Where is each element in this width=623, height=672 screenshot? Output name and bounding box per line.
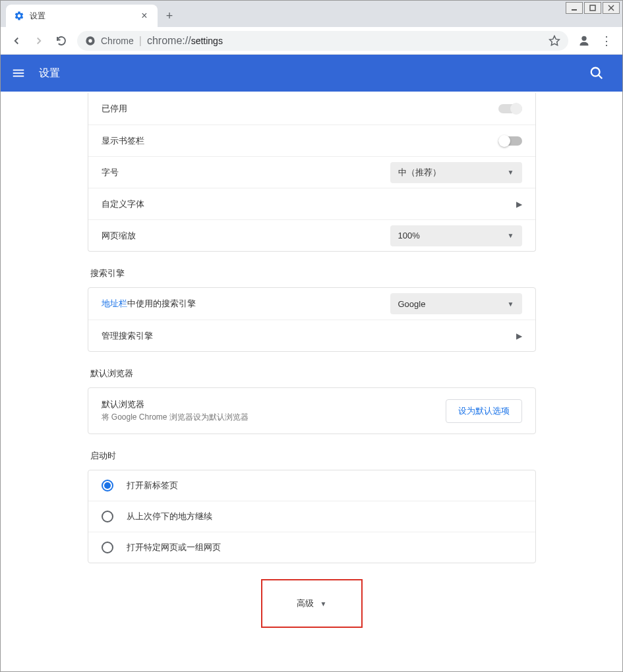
chrome-icon <box>85 36 96 46</box>
chevron-down-icon: ▼ <box>320 600 327 607</box>
back-button[interactable] <box>6 30 27 51</box>
maximize-button[interactable] <box>584 2 601 14</box>
svg-marker-4 <box>550 36 560 45</box>
row-label: 已停用 <box>102 103 498 115</box>
disabled-toggle[interactable] <box>498 104 522 113</box>
hamburger-menu-icon[interactable] <box>11 66 26 80</box>
svg-rect-8 <box>13 76 24 77</box>
browser-toolbar: Chrome | chrome://settings ⋮ <box>1 27 622 55</box>
appearance-card: 已停用 显示书签栏 字号 中（推荐） ▼ 自定义字体 ▶ 网页缩放 <box>88 93 536 252</box>
startup-option-new-tab[interactable]: 打开新标签页 <box>88 470 535 501</box>
tab-bar: 设置 × + <box>1 1 622 27</box>
search-icon[interactable] <box>589 66 612 80</box>
page-zoom-row: 网页缩放 100% ▼ <box>88 219 535 251</box>
chevron-down-icon: ▼ <box>508 232 514 239</box>
chevron-down-icon: ▼ <box>508 169 514 176</box>
reload-button[interactable] <box>51 30 72 51</box>
show-bookmarks-toggle[interactable] <box>498 136 522 146</box>
url-prefix: Chrome <box>101 36 134 46</box>
chevron-right-icon: ▶ <box>516 331 522 341</box>
default-browser-subtitle: 将 Google Chrome 浏览器设为默认浏览器 <box>102 412 446 423</box>
svg-point-3 <box>88 39 92 42</box>
radio-button[interactable] <box>102 542 113 553</box>
show-bookmarks-row: 显示书签栏 <box>88 125 535 156</box>
page-title: 设置 <box>39 67 60 80</box>
setting-disabled-row: 已停用 <box>88 93 535 125</box>
default-browser-header: 默认浏览器 <box>90 368 536 379</box>
svg-rect-0 <box>572 9 577 11</box>
svg-point-9 <box>591 68 600 76</box>
forward-button[interactable] <box>28 30 49 51</box>
browser-tab[interactable]: 设置 × <box>6 5 158 27</box>
browser-menu-button[interactable]: ⋮ <box>596 30 617 51</box>
search-engine-dropdown[interactable]: Google ▼ <box>390 293 522 314</box>
tab-title: 设置 <box>30 11 134 22</box>
row-label: 显示书签栏 <box>102 135 498 147</box>
search-engine-card: 地址栏中使用的搜索引擎 Google ▼ 管理搜索引擎 ▶ <box>88 287 536 352</box>
close-tab-icon[interactable]: × <box>139 10 150 22</box>
set-default-button[interactable]: 设为默认选项 <box>446 399 522 423</box>
bookmark-star-icon[interactable] <box>549 35 560 47</box>
settings-content-scroll[interactable]: 已停用 显示书签栏 字号 中（推荐） ▼ 自定义字体 ▶ 网页缩放 <box>2 93 621 670</box>
page-zoom-dropdown[interactable]: 100% ▼ <box>390 225 522 246</box>
radio-button[interactable] <box>102 480 113 491</box>
font-size-dropdown[interactable]: 中（推荐） ▼ <box>390 162 522 183</box>
svg-rect-1 <box>590 5 595 11</box>
search-engine-header: 搜索引擎 <box>90 267 536 279</box>
address-bar[interactable]: Chrome | chrome://settings <box>77 31 568 51</box>
row-label: 自定义字体 <box>102 198 516 210</box>
svg-rect-7 <box>13 72 24 74</box>
default-browser-card: 默认浏览器 将 Google Chrome 浏览器设为默认浏览器 设为默认选项 <box>88 387 536 434</box>
manage-search-engines-row[interactable]: 管理搜索引擎 ▶ <box>88 320 535 351</box>
font-size-row: 字号 中（推荐） ▼ <box>88 156 535 188</box>
radio-label: 打开新标签页 <box>127 480 178 491</box>
radio-button[interactable] <box>102 511 113 522</box>
startup-option-continue[interactable]: 从上次停下的地方继续 <box>88 501 535 532</box>
radio-label: 从上次停下的地方继续 <box>127 511 212 522</box>
close-window-button[interactable] <box>603 2 620 14</box>
address-bar-link[interactable]: 地址栏 <box>102 298 127 308</box>
default-browser-title: 默认浏览器 <box>102 399 446 410</box>
advanced-toggle[interactable]: 高级 ▼ <box>261 579 363 628</box>
new-tab-button[interactable]: + <box>160 7 179 25</box>
minimize-button[interactable] <box>566 2 583 14</box>
radio-label: 打开特定网页或一组网页 <box>127 542 221 553</box>
row-label: 网页缩放 <box>102 230 390 242</box>
profile-avatar-button[interactable] <box>574 30 595 51</box>
chevron-down-icon: ▼ <box>508 300 514 308</box>
svg-point-5 <box>581 36 586 40</box>
startup-card: 打开新标签页 从上次停下的地方继续 打开特定网页或一组网页 <box>88 470 536 563</box>
startup-option-specific-pages[interactable]: 打开特定网页或一组网页 <box>88 532 535 563</box>
settings-header: 设置 <box>1 55 622 92</box>
default-browser-row: 默认浏览器 将 Google Chrome 浏览器设为默认浏览器 设为默认选项 <box>88 388 535 434</box>
window-controls <box>563 1 622 15</box>
advanced-label: 高级 <box>297 598 314 609</box>
chevron-right-icon: ▶ <box>516 200 522 209</box>
custom-fonts-row[interactable]: 自定义字体 ▶ <box>88 188 535 219</box>
svg-line-10 <box>599 75 603 79</box>
svg-rect-6 <box>13 70 24 71</box>
startup-header: 启动时 <box>90 450 536 462</box>
row-label: 管理搜索引擎 <box>102 330 516 342</box>
gear-icon <box>14 11 24 21</box>
address-bar-search-row: 地址栏中使用的搜索引擎 Google ▼ <box>88 288 535 320</box>
row-label: 字号 <box>102 167 390 179</box>
